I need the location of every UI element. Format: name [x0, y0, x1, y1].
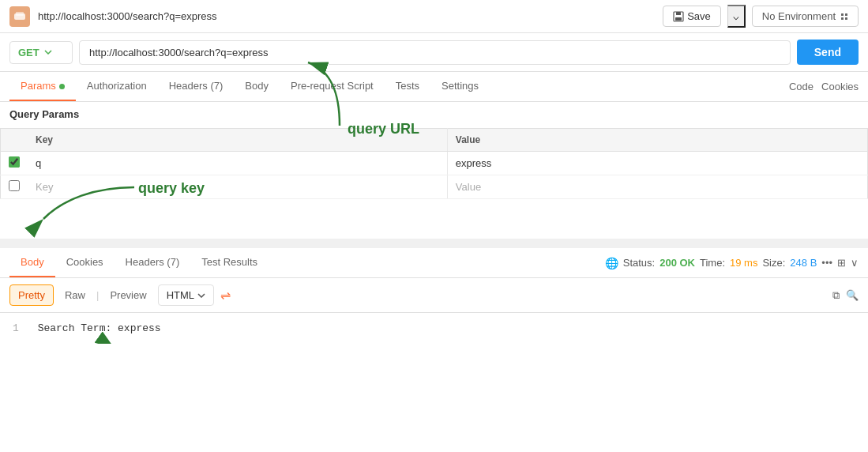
more-options-icon[interactable]: •••	[821, 257, 832, 269]
query-params-section: Query Params Key Value q	[0, 102, 868, 199]
svg-rect-1	[16, 12, 24, 16]
collapse-icon[interactable]: ∨	[851, 257, 859, 269]
top-bar-url: http://localhost:3000/search?q=express	[38, 10, 217, 22]
cookies-link[interactable]: Cookies	[821, 81, 859, 92]
format-chevron-icon	[197, 293, 205, 298]
section-title: Query Params	[9, 108, 859, 120]
row-2-key-placeholder: Key	[36, 181, 53, 193]
table-row: Key Value	[1, 175, 868, 199]
svg-rect-7	[841, 17, 844, 20]
preview-button[interactable]: Preview	[105, 285, 151, 305]
response-text: Search Term: express	[38, 322, 161, 334]
svg-rect-3	[676, 12, 681, 15]
svg-rect-5	[841, 13, 844, 16]
response-tab-test-results[interactable]: Test Results	[190, 248, 269, 277]
row-2-checkbox[interactable]	[9, 180, 20, 191]
tab-prerequest[interactable]: Pre-request Script	[280, 72, 385, 101]
tab-params[interactable]: Params	[9, 72, 76, 101]
table-row: q express	[1, 152, 868, 175]
col-key-header: Key	[28, 129, 447, 152]
top-bar-right: Save ⌵ No Environment	[663, 5, 859, 28]
col-checkbox-header	[1, 129, 28, 152]
svg-rect-6	[845, 13, 847, 16]
response-content: 1 Search Term: express	[0, 313, 868, 344]
send-button[interactable]: Send	[797, 40, 859, 65]
search-icon[interactable]: 🔍	[846, 289, 859, 301]
expand-icon[interactable]: ⊞	[837, 257, 846, 269]
col-value-header: Value	[447, 129, 867, 152]
code-link[interactable]: Code	[789, 81, 814, 92]
save-icon	[673, 11, 684, 22]
row-1-value: express	[456, 157, 492, 169]
top-bar-left: http://localhost:3000/search?q=express	[9, 6, 217, 27]
response-meta: 🌐 Status: 200 OK Time: 19 ms Size: 248 B…	[605, 257, 859, 269]
top-bar: http://localhost:3000/search?q=express S…	[0, 0, 868, 33]
tab-settings[interactable]: Settings	[430, 72, 490, 101]
svg-rect-8	[845, 17, 847, 20]
tab-authorization[interactable]: Authorization	[76, 72, 158, 101]
row-1-key: q	[36, 157, 41, 169]
tab-tests[interactable]: Tests	[385, 72, 430, 101]
line-number: 1	[13, 322, 19, 334]
response-tab-headers[interactable]: Headers (7)	[115, 248, 191, 277]
env-grid-icon	[840, 13, 848, 21]
save-dropdown-button[interactable]: ⌵	[727, 5, 746, 28]
params-dot	[59, 84, 65, 89]
tab-body[interactable]: Body	[234, 72, 280, 101]
request-tabs: Params Authorization Headers (7) Body Pr…	[0, 72, 868, 102]
time-value: 19 ms	[730, 257, 757, 269]
save-button[interactable]: Save	[663, 6, 721, 27]
body-toolbar: Pretty Raw | Preview HTML ⇌ ⧉ 🔍	[0, 278, 868, 313]
tab-headers[interactable]: Headers (7)	[158, 72, 235, 101]
app-icon	[9, 6, 30, 27]
raw-button[interactable]: Raw	[60, 285, 90, 305]
response-tab-cookies[interactable]: Cookies	[55, 248, 115, 277]
row-1-checkbox[interactable]	[9, 156, 20, 168]
response-tabs: Body Cookies Headers (7) Test Results 🌐 …	[0, 248, 868, 278]
globe-icon: 🌐	[605, 257, 618, 269]
pretty-button[interactable]: Pretty	[9, 284, 54, 306]
response-tab-body[interactable]: Body	[9, 248, 55, 277]
method-selector[interactable]: GET	[9, 41, 73, 64]
status-badge: 200 OK	[659, 257, 695, 269]
environment-button[interactable]: No Environment	[752, 6, 859, 27]
response-section: Body Cookies Headers (7) Test Results 🌐 …	[0, 243, 868, 344]
filter-icon[interactable]: ⇌	[220, 288, 231, 303]
format-selector[interactable]: HTML	[158, 284, 214, 306]
params-table: Key Value q express	[0, 128, 868, 199]
request-bar: GET Send	[0, 33, 868, 72]
row-2-value-placeholder: Value	[456, 181, 481, 193]
tabs-right-links: Code Cookies	[789, 81, 859, 92]
svg-rect-4	[675, 17, 682, 21]
url-input[interactable]	[79, 40, 791, 65]
copy-icon[interactable]: ⧉	[832, 289, 840, 302]
size-value: 248 B	[790, 257, 817, 269]
chevron-down-icon	[44, 50, 52, 55]
